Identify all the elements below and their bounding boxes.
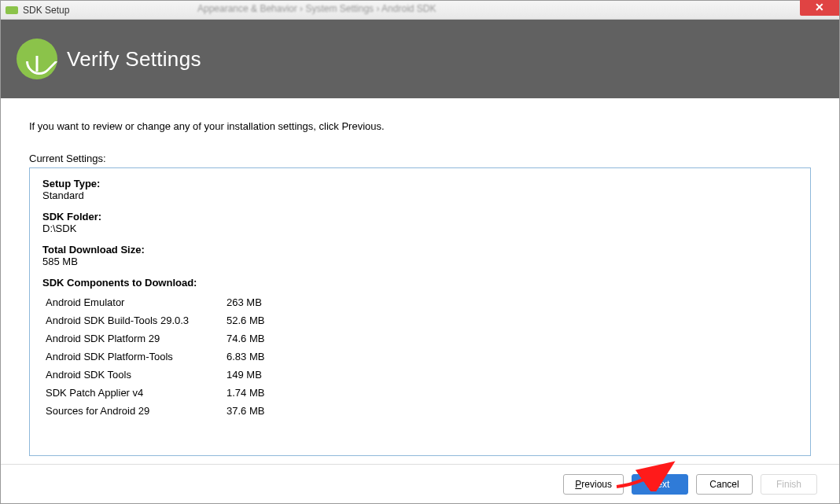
components-table: Android Emulator263 MBAndroid SDK Build-… [42,293,271,420]
components-label: SDK Components to Download: [42,277,798,289]
component-name: Sources for Android 29 [42,402,223,420]
table-row: Android SDK Platform 2974.6 MB [42,329,271,348]
sdk-folder-label: SDK Folder: [42,211,798,223]
settings-box[interactable]: Setup Type: Standard SDK Folder: D:\SDK … [29,167,811,456]
setup-type-label: Setup Type: [42,178,798,189]
component-name: Android SDK Platform 29 [42,329,223,348]
table-row: Android SDK Platform-Tools6.83 MB [42,348,271,366]
table-row: SDK Patch Applier v41.74 MB [42,384,271,402]
table-row: Android SDK Tools149 MB [42,366,271,384]
breadcrumb-blurred: Appearance & Behavior › System Settings … [197,3,437,14]
page-title: Verify Settings [67,47,201,72]
download-size-value: 585 MB [42,256,798,267]
table-row: Sources for Android 2937.6 MB [42,402,271,420]
finish-button: Finish [761,474,817,495]
next-button[interactable]: Next [632,474,688,495]
setup-type-value: Standard [42,189,798,201]
component-name: Android SDK Build-Tools 29.0.3 [42,311,223,329]
window-title: SDK Setup [23,5,69,16]
close-icon: ✕ [815,1,824,13]
cancel-button[interactable]: Cancel [696,474,753,495]
header-bar: Verify Settings [1,20,839,98]
current-settings-label: Current Settings: [29,153,811,164]
instruction-text: If you want to review or change any of y… [29,120,811,132]
footer-buttons: Previous Next Cancel Finish [1,464,839,503]
component-size: 37.6 MB [223,402,271,420]
download-size-label: Total Download Size: [42,244,798,256]
sdk-folder-value: D:\SDK [42,223,798,234]
close-button[interactable]: ✕ [800,0,839,16]
component-size: 74.6 MB [223,329,271,348]
content-area: If you want to review or change any of y… [1,98,839,464]
component-size: 1.74 MB [223,384,271,402]
sdk-setup-window: SDK Setup Appearance & Behavior › System… [0,0,840,504]
component-size: 263 MB [223,293,271,311]
android-studio-logo-icon [17,39,57,79]
component-size: 149 MB [223,366,271,384]
component-size: 52.6 MB [223,311,271,329]
component-name: Android SDK Tools [42,366,223,384]
table-row: Android SDK Build-Tools 29.0.352.6 MB [42,311,271,329]
table-row: Android Emulator263 MB [42,293,271,311]
component-name: SDK Patch Applier v4 [42,384,223,402]
component-name: Android Emulator [42,293,223,311]
titlebar: SDK Setup Appearance & Behavior › System… [1,1,839,20]
component-name: Android SDK Platform-Tools [42,348,223,366]
component-size: 6.83 MB [223,348,271,366]
android-icon [6,6,18,14]
previous-button[interactable]: Previous [563,474,624,495]
